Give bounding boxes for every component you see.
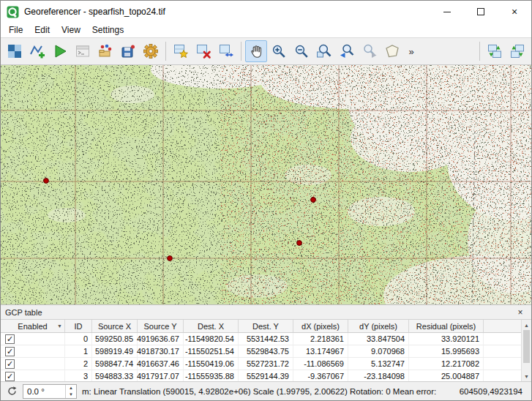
col-header-id[interactable]: ID	[65, 320, 92, 332]
minimize-icon	[443, 12, 451, 12]
table-row[interactable]: ✓ 0 599250.85 4919636.67 -11549820.54 55…	[1, 333, 521, 345]
table-row[interactable]: ✓ 2 598847.74 4916637.46 -11550419.06 55…	[1, 358, 521, 370]
gcp-enabled-checkbox[interactable]: ✓	[5, 347, 15, 356]
gcp-enabled-checkbox[interactable]: ✓	[5, 372, 15, 381]
zoom-in-button[interactable]	[268, 40, 290, 62]
gcp-residual-cell: 12.217082	[409, 358, 484, 370]
gcp-enabled-cell: ✓	[1, 345, 65, 357]
zoom-out-icon	[293, 43, 310, 59]
load-gcp-points-button[interactable]	[94, 40, 116, 62]
gdal-script-icon	[75, 43, 91, 59]
menu-edit[interactable]: Edit	[29, 23, 56, 37]
table-row[interactable]: ✓ 1 598919.49 4918730.17 -11550251.54 55…	[1, 345, 521, 358]
delete-point-icon	[195, 43, 211, 59]
link-georeferencer-to-qgis-icon	[487, 43, 503, 59]
gcp-source-x-cell: 599250.85	[92, 333, 138, 345]
zoom-full-extent-icon	[384, 43, 400, 59]
toolbar-separator	[241, 42, 241, 61]
spin-up-icon[interactable]: ▲	[66, 385, 76, 391]
gcp-id-cell: 2	[65, 358, 92, 370]
menu-file[interactable]: File	[3, 23, 29, 37]
open-vector-icon	[29, 43, 45, 59]
rotation-spinbox[interactable]: 0.0 ° ▲ ▼	[23, 384, 77, 399]
col-header-residual[interactable]: Residual (pixels)	[409, 320, 484, 332]
toolbar-separator	[165, 42, 166, 61]
gcp-id-cell: 1	[65, 345, 92, 357]
add-point-button[interactable]	[170, 40, 192, 62]
menu-view[interactable]: View	[56, 23, 86, 37]
minimize-button[interactable]	[430, 1, 464, 23]
gcp-dest-y-cell: 5529144.39	[239, 370, 293, 382]
col-header-dest-x[interactable]: Dest. X	[184, 320, 239, 332]
menu-settings[interactable]: Settings	[86, 23, 130, 37]
scrollbar-up-icon[interactable]: ▲	[522, 320, 531, 330]
move-point-button[interactable]	[215, 40, 237, 62]
menu-bar: File Edit View Settings	[1, 23, 531, 38]
gcp-source-y-cell: 4919636.67	[138, 333, 184, 345]
zoom-in-icon	[271, 43, 287, 59]
gcp-enabled-checkbox[interactable]: ✓	[5, 334, 15, 344]
enabled-filter-dropdown-icon[interactable]: ▼	[57, 323, 62, 329]
save-gcp-points-button[interactable]	[117, 40, 139, 62]
map-canvas[interactable]	[1, 65, 531, 304]
gcp-source-y-cell: 4916637.46	[138, 358, 184, 370]
save-gcp-points-icon	[120, 43, 136, 59]
col-header-source-y[interactable]: Source Y	[138, 320, 184, 332]
gcp-source-y-cell: 4918730.17	[138, 345, 184, 357]
gcp-dest-y-cell: 5531442.53	[239, 333, 293, 345]
status-bar: 0.0 ° ▲ ▼ m: Linear Translation (590015,…	[1, 381, 531, 400]
gcp-source-x-cell: 598847.74	[92, 358, 138, 370]
gcp-dest-y-cell: 5529843.75	[239, 345, 293, 357]
maximize-icon	[477, 8, 484, 15]
georeferencer-window: Georeferencer - spearfish_topo24.tif × F…	[0, 0, 532, 401]
zoom-to-layer-button[interactable]	[313, 40, 335, 62]
gcp-residual-cell: 33.920121	[409, 333, 484, 345]
gcp-residual-cell: 15.995693	[409, 345, 484, 357]
gcp-dest-x-cell: -11550251.54	[184, 345, 239, 357]
link-georeferencer-to-qgis-button[interactable]	[484, 40, 506, 62]
maximize-button[interactable]	[464, 1, 498, 23]
gcp-source-x-cell: 594883.33	[92, 370, 138, 382]
open-vector-button[interactable]	[26, 40, 48, 62]
start-georeferencing-button[interactable]	[49, 40, 71, 62]
close-button[interactable]: ×	[498, 1, 531, 23]
scrollbar-down-icon[interactable]: ▼	[522, 371, 531, 381]
load-gcp-points-icon	[97, 43, 113, 59]
col-header-dy[interactable]: dY (pixels)	[348, 320, 409, 332]
generate-gdal-script-button[interactable]	[72, 40, 94, 62]
settings-gear-icon	[143, 43, 159, 59]
col-header-dx[interactable]: dX (pixels)	[293, 320, 348, 332]
toolbar: »	[1, 38, 531, 65]
open-raster-button[interactable]	[4, 40, 26, 62]
gcp-marker-0	[44, 179, 49, 184]
table-scrollbar[interactable]: ▲ ▼	[521, 320, 531, 381]
rotation-value[interactable]: 0.0 °	[23, 387, 65, 396]
title-bar[interactable]: Georeferencer - spearfish_topo24.tif ×	[1, 1, 531, 23]
gcp-dy-cell: 33.847504	[348, 333, 409, 345]
zoom-out-button[interactable]	[291, 40, 312, 62]
transformation-settings-button[interactable]	[140, 40, 162, 62]
window-title: Georeferencer - spearfish_topo24.tif	[24, 7, 165, 17]
gcp-dest-y-cell: 5527231.72	[239, 358, 293, 370]
gcp-panel-header[interactable]: GCP table ×	[1, 305, 531, 319]
pan-button[interactable]	[245, 40, 267, 62]
scrollbar-thumb[interactable]	[523, 330, 530, 363]
gcp-enabled-checkbox[interactable]: ✓	[5, 359, 15, 369]
col-header-source-x[interactable]: Source X	[92, 320, 138, 332]
gcp-source-x-cell: 598919.49	[92, 345, 138, 357]
gcp-table-header-row: Enabled▼ ID Source X Source Y Dest. X De…	[1, 320, 521, 333]
col-header-dest-y[interactable]: Dest. Y	[239, 320, 293, 332]
open-raster-icon	[7, 43, 23, 59]
spin-down-icon[interactable]: ▼	[66, 391, 76, 398]
gcp-panel-close-button[interactable]: ×	[514, 307, 527, 318]
zoom-next-button[interactable]	[359, 40, 381, 62]
zoom-full-extent-button[interactable]	[381, 40, 403, 62]
link-qgis-to-georeferencer-button[interactable]	[506, 40, 528, 62]
col-header-enabled[interactable]: Enabled▼	[1, 320, 65, 332]
zoom-last-button[interactable]	[336, 40, 358, 62]
zoom-last-icon	[339, 43, 355, 59]
gcp-dest-x-cell: -11555935.88	[184, 370, 239, 382]
delete-point-button[interactable]	[192, 40, 214, 62]
toolbar-overflow-button[interactable]: »	[404, 40, 419, 62]
gcp-dx-cell: 13.174967	[293, 345, 348, 357]
